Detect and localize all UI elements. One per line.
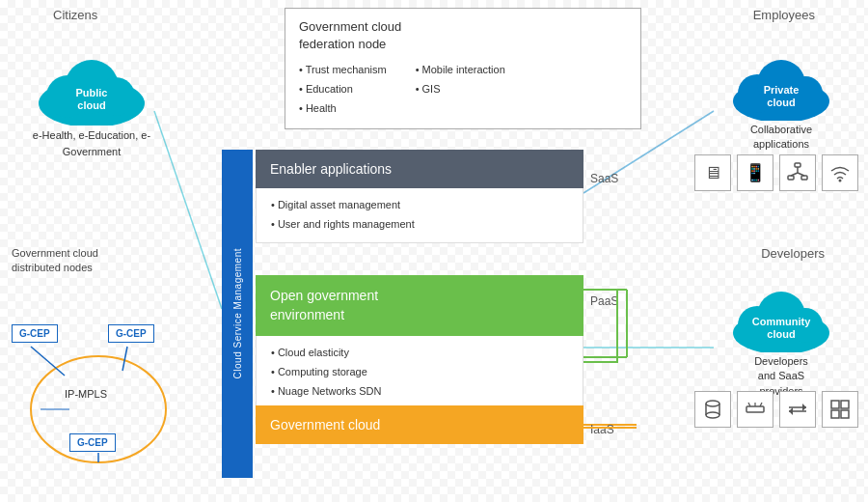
cloud-service-management-label: Cloud Service Management [232, 248, 243, 378]
svg-marker-43 [789, 407, 793, 415]
citizens-label: Citizens [53, 8, 97, 22]
saas-label: SaaS [590, 172, 618, 185]
developers-label: Developers [761, 246, 825, 261]
svg-rect-25 [795, 163, 800, 167]
federation-col1: • Trust mechanism • Education • Health [299, 61, 387, 118]
monitor-icon: 🖥 [694, 154, 731, 191]
transfer-icon [779, 391, 816, 428]
federation-node-box: Government cloudfederation node • Trust … [285, 8, 641, 129]
switch-icon [737, 391, 773, 428]
svg-line-30 [798, 173, 804, 176]
svg-point-31 [839, 180, 842, 182]
enabler-header: Enabler applications [256, 150, 583, 188]
enabler-content: • Digital asset management • User and ri… [256, 188, 583, 243]
gcep-node-1: G-CEP [12, 324, 58, 343]
svg-rect-45 [841, 401, 849, 408]
cloud-service-management-bar: Cloud Service Management [222, 150, 253, 478]
iaas-device-icons [694, 391, 858, 428]
network-icon [779, 154, 816, 191]
public-cloud: Public cloud e-Health, e-Education, e-Go… [14, 43, 169, 159]
tablet-icon: 📱 [737, 154, 773, 191]
svg-marker-41 [802, 404, 806, 411]
diagram: Citizens Public cloud e-Health, e-Educat… [0, 0, 868, 502]
cylinder-icon [694, 391, 731, 428]
iaas-label: IaaS [590, 423, 614, 436]
svg-line-51 [122, 347, 127, 371]
grid-icon [822, 391, 858, 428]
private-cloud: Private cloud Collaborativeapplications [709, 43, 854, 153]
svg-text:cloud: cloud [767, 328, 795, 340]
svg-rect-26 [788, 176, 794, 180]
government-cloud-header: Government cloud [256, 405, 583, 444]
distributed-nodes-area: Government clouddistributed nodes G-CEP … [12, 246, 190, 477]
wifi-icon [822, 154, 858, 191]
community-cloud: Community cloud Developersand SaaSprovid… [709, 275, 854, 399]
svg-line-50 [31, 347, 65, 376]
svg-text:Public: Public [75, 87, 107, 98]
svg-rect-36 [746, 406, 764, 412]
employees-label: Employees [753, 8, 815, 22]
svg-text:cloud: cloud [77, 99, 105, 111]
gcep-node-2: G-CEP [108, 324, 154, 343]
svg-text:Community: Community [752, 316, 811, 327]
svg-point-32 [706, 401, 719, 406]
paas-label: PaaS [590, 294, 618, 308]
distributed-nodes-title: Government clouddistributed nodes [12, 246, 190, 276]
gcep-node-3: G-CEP [69, 433, 116, 452]
government-cloud-block: Government cloud [256, 405, 583, 444]
svg-rect-44 [831, 401, 839, 408]
svg-point-35 [706, 412, 719, 418]
open-government-header: Open governmentenvironment [256, 275, 583, 336]
svg-rect-27 [801, 176, 807, 180]
federation-col2: • Mobile interaction • GIS [416, 61, 505, 118]
svg-text:cloud: cloud [767, 97, 795, 108]
svg-rect-47 [841, 410, 849, 418]
private-cloud-services: Collaborativeapplications [709, 123, 854, 153]
federation-node-title: Government cloudfederation node [299, 18, 627, 53]
saas-device-icons: 🖥 📱 [694, 154, 858, 191]
public-cloud-services: e-Health, e-Education, e-Government [14, 127, 169, 159]
ip-mpls-label: IP-MPLS [65, 388, 107, 400]
svg-rect-46 [831, 410, 839, 418]
svg-text:Private: Private [764, 84, 800, 96]
enabler-applications-block: Enabler applications • Digital asset man… [256, 150, 583, 243]
svg-line-29 [791, 173, 798, 176]
